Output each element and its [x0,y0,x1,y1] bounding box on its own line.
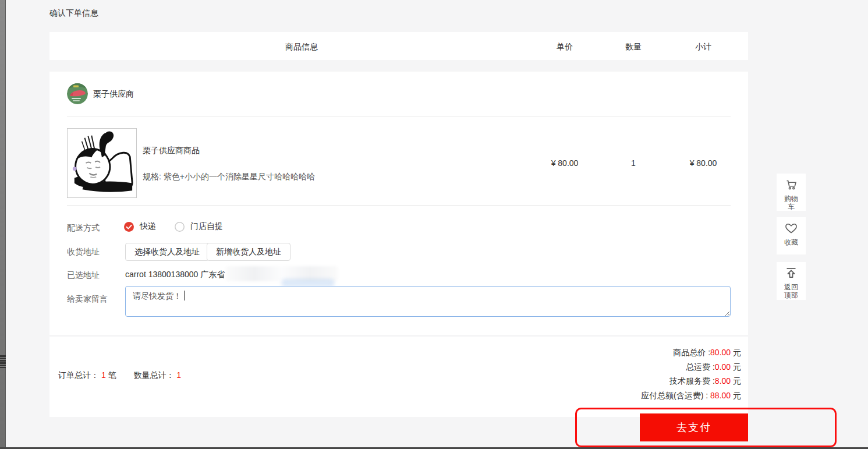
radio-checked-icon [124,222,134,232]
summary-line-payable-total: 应付总额(含运费) : 88.00 元 [641,388,741,403]
column-header-subtotal: 小计 [674,42,732,52]
side-toolbar-cart[interactable]: 购物车 [777,174,806,211]
product-image[interactable] [67,128,137,198]
product-subtotal: ¥ 80.00 [674,158,732,168]
shipping-address-label: 收货地址 [67,247,100,257]
order-total-unit: 笔 [108,370,116,380]
order-confirm-page: 确认下单信息 商品信息 单价 数量 小计 栗子供应商 [0,0,868,449]
table-header: 商品信息 单价 数量 小计 [49,32,748,60]
window-edge-strip [0,0,6,449]
order-total-label: 订单总计： [58,370,99,380]
seller-message-input[interactable]: 请尽快发货！ [125,286,731,317]
product-quantity: 1 [604,158,662,168]
back-to-top-label: 返回顶部 [782,283,800,299]
choose-address-button[interactable]: 选择收货人及地址 [125,243,209,261]
product-spec: 规格: 紫色+小小的一个消除星星尺寸哈哈哈哈哈 [143,172,315,182]
cart-icon [784,178,799,192]
back-to-top-icon [784,266,799,280]
column-header-unit-price: 单价 [536,42,594,52]
page-title: 确认下单信息 [49,8,98,19]
seller-name[interactable]: 栗子供应商 [93,89,134,100]
pay-button[interactable]: 去支付 [640,413,748,441]
selected-address-label: 已选地址 [67,270,100,281]
radio-option-label: 门店自提 [190,221,223,232]
radio-option-store-pickup[interactable]: 门店自提 [175,221,223,232]
panda-meme-image [68,129,136,197]
delivery-options: 快递 门店自提 [124,221,242,232]
order-card: 栗子供应商 [49,72,748,335]
cart-label: 购物车 [782,195,800,211]
order-total-value: 1 [101,370,106,380]
heart-icon [784,221,799,235]
radio-option-label: 快递 [140,221,156,232]
product-name: 栗子供应商商品 [143,146,200,156]
delivery-method-label: 配送方式 [67,223,100,234]
radio-option-express[interactable]: 快递 [124,221,156,232]
quantity-total-value: 1 [176,370,181,380]
side-toolbar-back-top[interactable]: 返回顶部 [777,262,806,300]
divider [67,205,731,206]
summary-line-shipping-fee: 总运费 :0.00 元 [641,360,741,374]
price-summary: 商品总价 :80.00 元 总运费 :0.00 元 技术服务费 :8.00 元 … [641,345,741,402]
window-edge-icon [0,355,6,368]
column-header-product: 商品信息 [267,42,336,52]
radio-unchecked-icon [175,222,185,232]
seller-message-label: 给卖家留言 [67,294,108,305]
selected-address-value: carrot 13800138000 广东省 [125,270,225,280]
quantity-total-label: 数量总计： [133,370,174,380]
divider [67,116,731,116]
seller-avatar-icon [67,83,88,104]
order-totals: 订单总计： 1 笔 数量总计： 1 [58,370,196,381]
favorite-label: 收藏 [782,238,800,246]
column-header-quantity: 数量 [604,42,662,52]
summary-card: 订单总计： 1 笔 数量总计： 1 商品总价 :80.00 元 总运费 :0.0… [49,337,748,417]
summary-line-service-fee: 技术服务费 :8.00 元 [641,374,741,388]
summary-line-goods-total: 商品总价 :80.00 元 [641,345,741,360]
product-unit-price: ¥ 80.00 [536,158,594,168]
seller-avatar[interactable] [67,83,88,104]
add-address-button[interactable]: 新增收货人及地址 [207,243,290,261]
side-toolbar-favorite[interactable]: 收藏 [777,217,806,254]
